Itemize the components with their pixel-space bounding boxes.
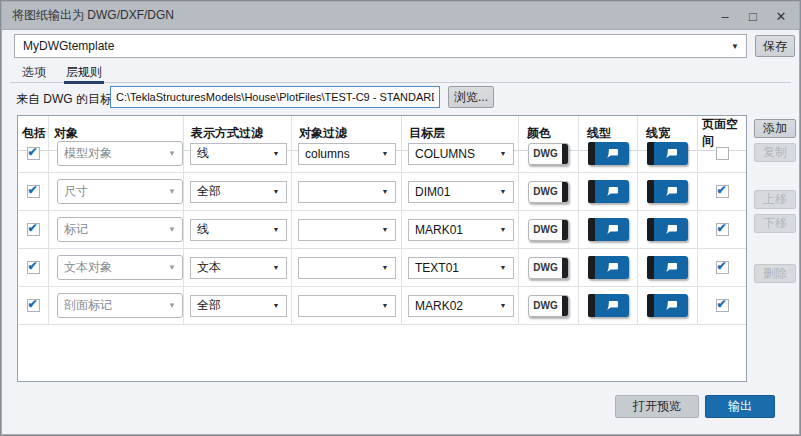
page-space-checkbox[interactable] <box>716 299 729 312</box>
target-layer-dropdown[interactable]: TEXT01 ▼ <box>408 257 514 279</box>
dwg-path-input[interactable] <box>110 86 440 108</box>
chevron-down-icon: ▼ <box>266 226 286 233</box>
chevron-down-icon: ▼ <box>493 226 513 233</box>
delete-row-button[interactable]: 删除 <box>754 264 796 283</box>
page-space-checkbox[interactable] <box>716 261 729 274</box>
button-gap <box>754 167 796 190</box>
window-title: 将图纸输出为 DWG/DXF/DGN <box>2 7 174 24</box>
lineweight-button[interactable] <box>647 180 688 203</box>
open-preview-button[interactable]: 打开预览 <box>615 395 699 418</box>
representation-filter-dropdown[interactable]: 线 ▼ <box>190 143 287 165</box>
lineweight-bar-icon <box>647 180 654 203</box>
include-checkbox[interactable] <box>27 299 40 312</box>
chevron-down-icon: ▼ <box>162 149 182 158</box>
page-space-checkbox[interactable] <box>716 185 729 198</box>
color-dwg-button[interactable]: DWG <box>528 143 569 165</box>
target-layer-dropdown[interactable]: MARK01 ▼ <box>408 219 514 241</box>
add-row-button[interactable]: 添加 <box>754 119 796 138</box>
color-bar-icon <box>562 220 568 240</box>
chevron-down-icon: ▼ <box>493 264 513 271</box>
maximize-icon[interactable]: □ <box>739 2 767 30</box>
lineweight-bar-icon <box>647 256 654 279</box>
linetype-button[interactable] <box>588 142 629 165</box>
object-type-dropdown[interactable]: 标记 ▼ <box>57 217 183 242</box>
color-dwg-button[interactable]: DWG <box>528 295 569 317</box>
table-row: 标记 ▼ 线 ▼ ▼ MARK01 ▼ DWG <box>18 211 746 249</box>
include-checkbox[interactable] <box>27 185 40 198</box>
table-row: 文本对象 ▼ 文本 ▼ ▼ TEXT01 ▼ DWG <box>18 249 746 287</box>
table-row: 剖面标记 ▼ 全部 ▼ ▼ MARK02 ▼ DWG <box>18 287 746 325</box>
object-filter-dropdown[interactable]: ▼ <box>298 181 396 203</box>
layer-rules-table: 包括 对象 表示方式过滤 对象过滤 目标层 颜色 线型 线宽 页面空间 模型对象… <box>17 115 747 382</box>
export-dwg-dialog: 将图纸输出为 DWG/DXF/DGN – □ ✕ MyDWGtemplate ▼… <box>0 0 801 436</box>
table-row: 尺寸 ▼ 全部 ▼ ▼ DIM01 ▼ DWG <box>18 173 746 211</box>
page-space-checkbox[interactable] <box>716 147 729 160</box>
lineweight-bar-icon <box>647 142 654 165</box>
chevron-down-icon: ▼ <box>375 264 395 271</box>
chevron-down-icon: ▼ <box>266 188 286 195</box>
export-button[interactable]: 输出 <box>705 395 775 418</box>
lineweight-button[interactable] <box>647 294 688 317</box>
object-type-dropdown[interactable]: 模型对象 ▼ <box>57 141 183 166</box>
table-row: 模型对象 ▼ 线 ▼ columns ▼ COLUMNS ▼ DWG <box>18 135 746 173</box>
linetype-button[interactable] <box>588 256 629 279</box>
close-icon[interactable]: ✕ <box>767 2 795 30</box>
target-layer-dropdown[interactable]: MARK02 ▼ <box>408 295 514 317</box>
lineweight-bar-icon <box>647 294 654 317</box>
chevron-down-icon: ▼ <box>266 150 286 157</box>
target-layer-dropdown[interactable]: COLUMNS ▼ <box>408 143 514 165</box>
representation-filter-dropdown[interactable]: 全部 ▼ <box>190 295 287 317</box>
color-bar-icon <box>562 296 568 316</box>
include-checkbox[interactable] <box>27 261 40 274</box>
chevron-down-icon: ▼ <box>162 301 182 310</box>
tab-options[interactable]: 选项 <box>20 62 48 82</box>
template-combobox[interactable]: MyDWGtemplate ▼ <box>14 34 747 58</box>
chevron-down-icon: ▼ <box>375 188 395 195</box>
page-space-checkbox[interactable] <box>716 223 729 236</box>
copy-row-button[interactable]: 复制 <box>754 143 796 162</box>
color-dwg-button[interactable]: DWG <box>528 257 569 279</box>
object-filter-dropdown[interactable]: columns ▼ <box>298 143 396 165</box>
chevron-down-icon: ▼ <box>266 302 286 309</box>
chevron-down-icon: ▼ <box>493 150 513 157</box>
table-body: 模型对象 ▼ 线 ▼ columns ▼ COLUMNS ▼ DWG <box>18 135 746 325</box>
lineweight-button[interactable] <box>647 142 688 165</box>
object-type-dropdown[interactable]: 剖面标记 ▼ <box>57 293 183 318</box>
color-bar-icon <box>562 144 568 164</box>
representation-filter-dropdown[interactable]: 全部 ▼ <box>190 181 287 203</box>
target-layer-dropdown[interactable]: DIM01 ▼ <box>408 181 514 203</box>
minimize-icon[interactable]: – <box>711 2 739 30</box>
chevron-down-icon: ▼ <box>724 42 746 51</box>
pen-chip-icon <box>654 224 688 235</box>
lineweight-button[interactable] <box>647 218 688 241</box>
lineweight-button[interactable] <box>647 256 688 279</box>
browse-button[interactable]: 浏览... <box>448 86 494 108</box>
button-gap <box>754 238 796 264</box>
pen-chip-icon <box>654 148 688 159</box>
pen-chip-icon <box>654 186 688 197</box>
move-down-button[interactable]: 下移 <box>754 214 796 233</box>
save-button[interactable]: 保存 <box>755 35 795 57</box>
include-checkbox[interactable] <box>27 223 40 236</box>
chevron-down-icon: ▼ <box>162 225 182 234</box>
tab-layer-rules[interactable]: 层规则 <box>64 62 104 84</box>
include-checkbox[interactable] <box>27 147 40 160</box>
object-filter-dropdown[interactable]: ▼ <box>298 219 396 241</box>
titlebar[interactable]: 将图纸输出为 DWG/DXF/DGN – □ ✕ <box>2 2 799 30</box>
object-filter-dropdown[interactable]: ▼ <box>298 295 396 317</box>
color-dwg-button[interactable]: DWG <box>528 181 569 203</box>
object-type-dropdown[interactable]: 尺寸 ▼ <box>57 179 183 204</box>
object-type-dropdown[interactable]: 文本对象 ▼ <box>57 255 183 280</box>
object-filter-dropdown[interactable]: ▼ <box>298 257 396 279</box>
pen-chip-icon <box>595 262 629 273</box>
representation-filter-dropdown[interactable]: 文本 ▼ <box>190 257 287 279</box>
representation-filter-dropdown[interactable]: 线 ▼ <box>190 219 287 241</box>
move-up-button[interactable]: 上移 <box>754 190 796 209</box>
chevron-down-icon: ▼ <box>375 150 395 157</box>
linetype-button[interactable] <box>588 180 629 203</box>
color-dwg-button[interactable]: DWG <box>528 219 569 241</box>
chevron-down-icon: ▼ <box>493 302 513 309</box>
pen-chip-icon <box>595 186 629 197</box>
linetype-button[interactable] <box>588 294 629 317</box>
linetype-button[interactable] <box>588 218 629 241</box>
